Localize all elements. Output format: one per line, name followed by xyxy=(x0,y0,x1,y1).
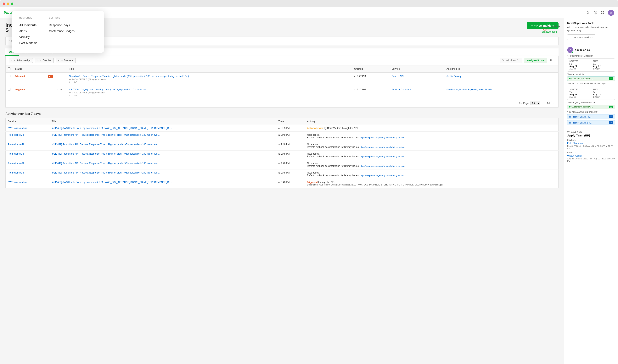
activity-service-link[interactable]: Promotions API xyxy=(8,134,24,136)
dropdown-alerts[interactable]: Alerts xyxy=(19,28,37,34)
dropdown-post-mortems[interactable]: Post-Mortems xyxy=(19,40,37,46)
always-badge-1-label: Product Search - E... xyxy=(572,116,591,118)
activity-service-link[interactable]: Promotions API xyxy=(8,153,24,155)
row1-assigned-link[interactable]: Austin Dossey xyxy=(446,75,461,78)
activity-incident-link[interactable]: [#111450] AWS Health Event: ap-southeast… xyxy=(52,181,173,183)
always-badge-2-label: Product Search Ser... xyxy=(572,122,592,124)
row1-service-link[interactable]: Search API xyxy=(392,75,404,78)
activity-url-link[interactable]: https://response.pagerduty.com/#during-a… xyxy=(360,136,405,139)
pagination: Per Page: 25 50 100 ‹ 1-2 › xyxy=(5,99,559,107)
level2-person-link[interactable]: Walter Voshell xyxy=(567,154,615,157)
snooze-button[interactable]: ⊙ ⊙ Snooze ▾ xyxy=(56,58,76,63)
activity-url-link[interactable]: https://response.pagerduty.com/#during-a… xyxy=(360,146,405,148)
always-badge-2-icon: ∞ xyxy=(569,121,571,124)
oncall-for-badge[interactable]: Customer Support O... L1 xyxy=(567,77,615,81)
always-badge-1[interactable]: ∞ Product Search - E... L1 xyxy=(567,114,615,119)
assigned-to-me-button[interactable]: Assigned to me xyxy=(524,58,547,63)
add-services-button[interactable]: + + Add new services xyxy=(567,34,595,40)
row2-show-details[interactable]: ⊕ SHOW DETAILS (3 triggered alerts) xyxy=(69,91,349,94)
per-page-select[interactable]: 25 50 100 xyxy=(531,101,540,105)
prev-page-button[interactable]: ‹ xyxy=(542,101,546,105)
activity-note-line: Refer to runbook documentation for laten… xyxy=(307,155,556,158)
maximize-button[interactable] xyxy=(11,2,13,5)
going-oncall-badge[interactable]: Customer Support O... L1 xyxy=(567,104,615,109)
activity-service-link[interactable]: Promotions API xyxy=(8,143,24,146)
all-acknowledged-link[interactable]: acknowledged xyxy=(542,30,557,33)
minimize-button[interactable] xyxy=(7,2,9,5)
all-button[interactable]: All xyxy=(547,58,555,63)
row1-checkbox[interactable] xyxy=(8,75,10,78)
activity-incident-link[interactable]: [#111449] Promotions API: Request Respon… xyxy=(52,134,160,136)
per-page: Per Page: 25 50 100 xyxy=(519,101,540,105)
always-oncall-section: You are always on-call for ∞ Product Sea… xyxy=(567,111,615,125)
on-call-now-team[interactable]: Apply Team (EP) xyxy=(567,134,615,137)
dropdown-conference-bridges[interactable]: Conference Bridges xyxy=(49,28,75,34)
row1-created: at 9:47 PM xyxy=(352,73,389,86)
activity-incident-link[interactable]: [#111450] AWS Health Event: ap-southeast… xyxy=(52,127,173,130)
row2-checkbox-cell xyxy=(6,86,13,99)
activity-service-link[interactable]: Promotions API xyxy=(8,171,24,174)
next-rotation-start-cell: Started Thu Aug 27 1:00 pm xyxy=(567,87,591,100)
activity-incident-link[interactable]: [#111449] Promotions API: Request Respon… xyxy=(52,143,160,146)
activity-description: Description: AWS Health Event: ap-southe… xyxy=(307,183,556,186)
search-icon[interactable] xyxy=(586,11,590,15)
rotation-start-date: Aug 21 xyxy=(569,65,589,68)
dropdown-visibility[interactable]: Visibility xyxy=(19,34,37,40)
activity-service-link[interactable]: AWS Infrastructure xyxy=(8,127,27,130)
row2-status: Triggered xyxy=(13,86,46,99)
row2-service-link[interactable]: Product Database xyxy=(392,88,411,91)
rotation-ends-label: Ends xyxy=(593,60,613,62)
activity-service-link[interactable]: Promotions API xyxy=(8,162,24,165)
activity-row: AWS Infrastructure[#111450] AWS Health E… xyxy=(6,179,559,188)
activity-time-cell: at 9:48 PM xyxy=(276,132,305,141)
dropdown-response-plays[interactable]: Response Plays xyxy=(49,22,75,28)
activity-time-cell: at 9:48 PM xyxy=(276,141,305,151)
select-all-checkbox[interactable] xyxy=(8,67,10,70)
activity-service-link[interactable]: AWS Infrastructure xyxy=(8,181,27,183)
dropdown-all-incidents[interactable]: All Incidents xyxy=(19,22,37,28)
row2-checkbox[interactable] xyxy=(8,88,10,91)
activity-incident-link[interactable]: [#111449] Promotions API: Request Respon… xyxy=(52,162,160,165)
activity-incident-link[interactable]: [#111449] Promotions API: Request Respon… xyxy=(52,153,160,155)
next-page-button[interactable]: › xyxy=(551,101,555,105)
activity-header-row: Service Title Time Activity xyxy=(6,118,559,125)
level1-person-link[interactable]: Kate Chapman xyxy=(567,142,615,144)
activity-row: Promotions API[#111449] Promotions API: … xyxy=(6,169,559,179)
row1-incident-link[interactable]: Search API: Search Response Time is High… xyxy=(69,75,189,78)
next-rotation-grid: Started Thu Aug 27 1:00 pm Ends Fri Aug … xyxy=(567,87,615,100)
row2-assigned-link[interactable]: Ken Barber, Mariela Sapienza, Alexis Wal… xyxy=(446,88,492,91)
next-rotation-end-cell: Ends Fri Aug 28 1:00 pm xyxy=(591,87,615,100)
row1-show-details[interactable]: ⊕ SHOW DETAILS (21 triggered alerts) xyxy=(69,78,349,81)
grid-icon[interactable] xyxy=(601,11,605,15)
row1-service: Search API xyxy=(389,73,444,86)
svg-rect-7 xyxy=(603,13,604,14)
row2-incident-link[interactable]: CRITICAL: 'mysql_long_running_query' on … xyxy=(69,88,147,91)
close-button[interactable] xyxy=(3,2,5,5)
activity-title-cell: [#111449] Promotions API: Request Respon… xyxy=(49,160,276,169)
activity-activity-cell: Note added.Refer to runbook documentatio… xyxy=(305,132,559,141)
window-chrome xyxy=(0,0,618,7)
status-header[interactable]: Status xyxy=(13,65,46,73)
dropdown-columns: RESPONSE All Incidents Alerts Visibility… xyxy=(19,17,96,46)
rotation-start-day: Fri xyxy=(569,63,589,65)
goto-incident-input[interactable]: Go to incident #... xyxy=(500,58,522,63)
urgency-header xyxy=(55,65,67,73)
activity-url-link[interactable]: https://response.pagerduty.com/#during-a… xyxy=(360,165,405,167)
all-triggered-link[interactable]: triggered xyxy=(542,28,551,30)
always-badge-2[interactable]: ∞ Product Search Ser... L3 xyxy=(567,120,615,125)
next-rotation-start-day: Thu xyxy=(569,91,589,93)
activity-url-link[interactable]: https://response.pagerduty.com/#during-a… xyxy=(360,174,405,177)
acknowledge-button[interactable]: ✓ ✓ Acknowledge xyxy=(9,58,33,63)
activity-service-header: Service xyxy=(6,118,49,125)
incidents-dropdown: RESPONSE All Incidents Alerts Visibility… xyxy=(12,11,104,53)
activity-row: AWS Infrastructure[#111450] AWS Health E… xyxy=(6,125,559,132)
resolve-button[interactable]: ✓ ✓ Resolve xyxy=(35,58,54,63)
activity-incident-link[interactable]: [#111449] Promotions API: Request Respon… xyxy=(52,171,160,174)
created-header[interactable]: Created xyxy=(352,65,389,73)
svg-rect-6 xyxy=(601,13,602,14)
user-avatar[interactable]: A xyxy=(608,10,614,16)
always-badge-2-level: L3 xyxy=(609,121,613,124)
next-steps-title: Next Steps: Your Tools xyxy=(567,22,615,25)
help-icon[interactable]: ? xyxy=(593,11,598,15)
activity-url-link[interactable]: https://response.pagerduty.com/#during-a… xyxy=(360,155,405,158)
